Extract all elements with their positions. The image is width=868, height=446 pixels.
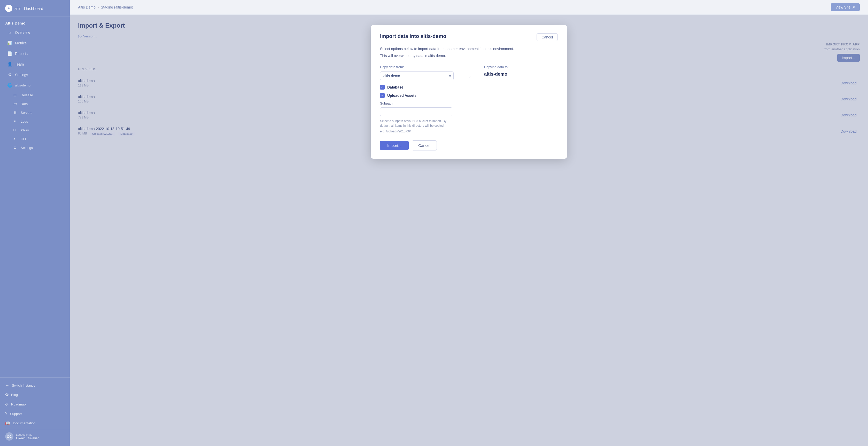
roadmap-label: Roadmap	[11, 402, 26, 406]
sidebar-item-logs[interactable]: ≡ Logs	[2, 117, 68, 126]
logs-icon: ≡	[13, 119, 18, 124]
dashboard-text: Dashboard	[24, 6, 43, 11]
switch-icon: ←	[5, 383, 9, 388]
uploaded-assets-checkbox[interactable]: ✓	[380, 93, 385, 98]
xray-icon: □	[13, 128, 18, 132]
instance-name: Altis Demo	[0, 17, 70, 27]
breadcrumb-sep: ›	[98, 5, 99, 9]
sidebar-item-altis-demo-group[interactable]: 🌐 altis-demo	[2, 80, 68, 90]
modal-footer-cancel-button[interactable]: Cancel	[412, 140, 437, 150]
release-icon: ⊞	[13, 93, 18, 97]
sidebar-item-support[interactable]: ? Support	[0, 409, 70, 418]
data-icon: 🗃	[13, 102, 18, 106]
logo-text: altis	[14, 6, 21, 11]
user-profile[interactable]: OC Logged in as Owain Cuvelier	[0, 429, 70, 443]
metrics-icon: 📊	[7, 40, 12, 45]
breadcrumb-home[interactable]: Altis Demo	[78, 5, 96, 9]
globe-icon: 🌐	[7, 83, 12, 88]
copy-from-label: Copy data from:	[380, 65, 454, 69]
user-info: Logged in as Owain Cuvelier	[16, 433, 39, 440]
database-checkbox-row: ✓ Database	[380, 85, 454, 90]
roadmap-icon: ✈	[5, 402, 8, 407]
sub-item-label: Data	[21, 102, 28, 106]
sidebar: a altis Dashboard Altis Demo ⌂ Overview …	[0, 0, 70, 446]
copy-to-col: Copying data to: altis-demo	[484, 65, 558, 77]
switch-label: Switch Instance	[12, 383, 35, 387]
blog-label: Blog	[11, 393, 18, 397]
sidebar-item-switch-instance[interactable]: ← Switch Instance	[0, 381, 70, 390]
sub-item-label: Settings	[21, 146, 33, 150]
sidebar-item-settings-sub[interactable]: ⚙ Settings	[2, 143, 68, 152]
options-section: ✓ Database ✓ Uploaded Assets Subpath	[380, 85, 454, 133]
sidebar-item-label: Team	[15, 62, 24, 66]
import-modal: Import data into altis-demo Cancel Selec…	[371, 25, 567, 159]
sidebar-item-label: Settings	[15, 73, 28, 77]
breadcrumb-current: Staging (altis-demo)	[101, 5, 133, 9]
documentation-icon: 📖	[5, 421, 10, 425]
copy-to-label: Copying data to:	[484, 65, 558, 69]
database-checkbox[interactable]: ✓	[380, 85, 385, 90]
avatar: OC	[5, 432, 13, 441]
subpath-label: Subpath	[380, 101, 454, 105]
sidebar-item-documentation[interactable]: 📖 Documentation	[0, 418, 70, 428]
sidebar-item-xray[interactable]: □ XRay	[2, 126, 68, 134]
sidebar-item-label: Reports	[15, 52, 28, 56]
sidebar-item-label: Metrics	[15, 41, 27, 45]
copy-from-select-wrap: altis-demo production staging ▾	[380, 71, 454, 80]
copy-from-col: Copy data from: altis-demo production st…	[380, 65, 454, 133]
team-icon: 👤	[7, 62, 12, 67]
user-name: Owain Cuvelier	[16, 436, 39, 440]
modal-cancel-button[interactable]: Cancel	[536, 33, 558, 41]
sidebar-item-team[interactable]: 👤 Team	[2, 59, 68, 69]
sub-item-label: Logs	[21, 119, 28, 124]
modal-header: Import data into altis-demo Cancel	[380, 33, 558, 41]
uploaded-assets-label: Uploaded Assets	[387, 94, 416, 98]
documentation-label: Documentation	[13, 421, 35, 425]
support-label: Support	[10, 412, 22, 416]
settings-icon: ⚙	[7, 72, 12, 77]
sub-item-label: XRay	[21, 128, 29, 132]
external-link-icon: ↗	[852, 5, 855, 9]
modal-form-row: Copy data from: altis-demo production st…	[380, 65, 558, 133]
logo-icon: a	[5, 5, 12, 12]
subpath-input[interactable]	[380, 107, 452, 116]
sidebar-item-roadmap[interactable]: ✈ Roadmap	[0, 400, 70, 409]
sidebar-item-label: Overview	[15, 30, 30, 35]
reports-icon: 📄	[7, 51, 12, 56]
view-site-label: View Site	[835, 5, 850, 9]
breadcrumb: Altis Demo › Staging (altis-demo)	[78, 5, 133, 9]
sidebar-item-servers[interactable]: 🖥 Servers	[2, 108, 68, 117]
modal-import-button[interactable]: Import...	[380, 141, 409, 150]
subpath-example: e.g. /uploads/2015/06/	[380, 130, 454, 133]
modal-warning: This will overwrite any data in altis-de…	[380, 54, 558, 58]
sidebar-item-settings[interactable]: ⚙ Settings	[2, 70, 68, 80]
database-label: Database	[387, 85, 403, 89]
modal-footer: Import... Cancel	[380, 140, 558, 150]
sidebar-item-blog[interactable]: ✿ Blog	[0, 390, 70, 400]
main-content: Altis Demo › Staging (altis-demo) View S…	[70, 0, 868, 446]
copy-arrow: →	[466, 65, 472, 80]
modal-title: Import data into altis-demo	[380, 33, 446, 39]
sub-item-label: CLI	[21, 137, 26, 141]
top-bar: Altis Demo › Staging (altis-demo) View S…	[70, 0, 868, 15]
app-name: altis Dashboard	[14, 5, 43, 11]
modal-overlay: Import data into altis-demo Cancel Selec…	[70, 15, 868, 446]
sidebar-item-data[interactable]: 🗃 Data	[2, 100, 68, 108]
sidebar-header: a altis Dashboard	[0, 0, 70, 17]
sidebar-item-release[interactable]: ⊞ Release	[2, 91, 68, 99]
copy-from-select[interactable]: altis-demo production staging	[380, 71, 454, 80]
sidebar-item-metrics[interactable]: 📊 Metrics	[2, 38, 68, 48]
servers-icon: 🖥	[13, 110, 18, 114]
view-site-button[interactable]: View Site ↗	[831, 3, 860, 11]
copy-to-value: altis-demo	[484, 71, 558, 77]
instance-group-label: altis-demo	[15, 83, 30, 87]
logged-in-label: Logged in as	[16, 433, 39, 436]
sidebar-item-overview[interactable]: ⌂ Overview	[2, 28, 68, 37]
blog-icon: ✿	[5, 392, 8, 397]
modal-description: Select options below to import data from…	[380, 46, 558, 52]
check-icon: ✓	[381, 94, 383, 97]
subpath-hint: Select a subpath of your S3 bucket to im…	[380, 119, 454, 128]
sidebar-item-reports[interactable]: 📄 Reports	[2, 48, 68, 59]
sidebar-bottom: ← Switch Instance ✿ Blog ✈ Roadmap ? Sup…	[0, 377, 70, 446]
sidebar-item-cli[interactable]: > CLI	[2, 135, 68, 143]
